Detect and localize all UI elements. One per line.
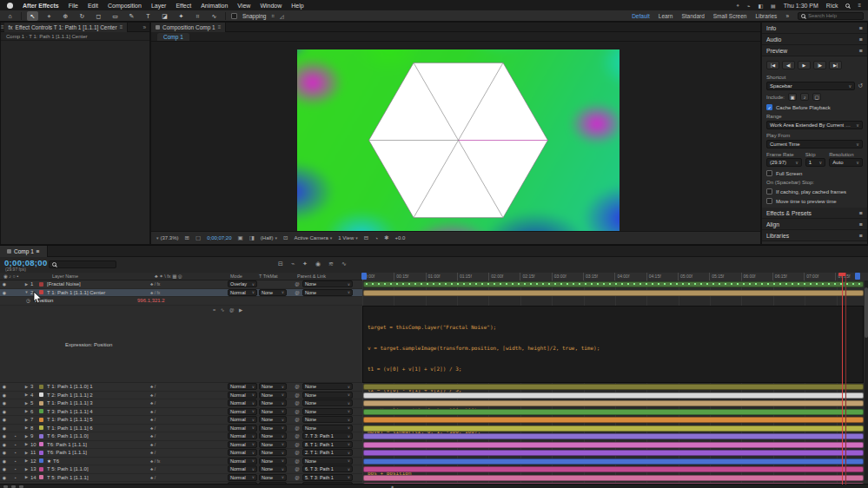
grid-icon[interactable]: ⊞	[185, 234, 189, 241]
eye-icon[interactable]: ◉	[0, 450, 9, 455]
composition-viewer[interactable]	[151, 42, 760, 231]
time-ruler[interactable]: 0:00f 00:15f 01:00f 01:15f 02:00f 02:15f…	[362, 273, 868, 280]
layer-row-3[interactable]: ◉▶3T 1: Path 1 [1.1.0] 1♣ /Normal∨None∨@…	[0, 383, 362, 392]
parent-dropdown[interactable]: None∨	[302, 416, 353, 423]
layer-name[interactable]: T 5: Path 1 [1.1.1]	[47, 475, 150, 480]
layer-row-12[interactable]: ◉▪▶12★T6♣ / fxNormal∨None∨@None∨	[0, 458, 362, 466]
layer-color-swatch[interactable]	[39, 442, 47, 446]
libraries-panel-header[interactable]: Libraries≡	[762, 230, 867, 241]
help-search-box[interactable]	[798, 12, 864, 20]
layer-row-13[interactable]: ◉▪▶13T 5: Path 1 [1.1.0]♣ /Normal∨None∨@…	[0, 465, 362, 474]
preview-panel-header[interactable]: Preview≡	[762, 45, 867, 56]
layer-duration-bar[interactable]	[363, 400, 864, 406]
hand-tool[interactable]: ⌖	[43, 11, 55, 21]
expand-arrow-icon[interactable]: ▶	[23, 475, 30, 479]
lock-icon[interactable]: ▪	[9, 450, 23, 455]
expand-arrow-icon[interactable]: ▶	[23, 442, 30, 446]
parent-dropdown[interactable]: None∨	[302, 392, 353, 399]
panel-menu-icon[interactable]: ≡	[859, 48, 863, 54]
expand-render-time-toggle[interactable]	[11, 485, 16, 488]
range-dropdown[interactable]: Work Area Extended By Current …∨	[766, 121, 863, 129]
reset-icon[interactable]: ↺	[858, 82, 863, 89]
layer-name[interactable]: T 3: Path 1 [1.1.1] 4	[47, 409, 150, 414]
mode-column-header[interactable]: Mode	[230, 273, 242, 280]
cache-before-playback-checkbox[interactable]: ✓	[766, 104, 772, 110]
menu-app-name[interactable]: After Effects	[23, 3, 59, 9]
include-video-icon[interactable]: ▣	[788, 93, 797, 101]
workspace-overflow-icon[interactable]: »	[785, 13, 789, 19]
layer-duration-bar[interactable]	[363, 417, 864, 423]
blend-mode-dropdown[interactable]: Normal∨	[228, 432, 257, 439]
battery-icon[interactable]: ◧	[758, 3, 763, 9]
layer-duration-bar[interactable]	[363, 281, 864, 287]
expand-arrow-icon[interactable]: ▶	[23, 401, 30, 406]
parent-dropdown[interactable]: None∨	[302, 383, 353, 390]
flowchart-icon[interactable]: ⊟	[364, 234, 368, 241]
layer-duration-bar[interactable]	[363, 475, 864, 481]
lock-icon[interactable]: ▪	[9, 475, 23, 480]
menu-animation[interactable]: Animation	[201, 3, 228, 9]
fast-previews-icon[interactable]: ✱	[384, 234, 388, 241]
eye-icon[interactable]: ◉	[0, 409, 9, 414]
trkmat-dropdown[interactable]: None∨	[259, 425, 287, 432]
layer-color-swatch[interactable]	[39, 475, 47, 479]
layer-switch-icons[interactable]: ♣ /	[150, 433, 187, 439]
layer-name[interactable]: T6: Path 1 [1.1.1]	[47, 442, 150, 447]
workspace-libraries[interactable]: Libraries	[755, 13, 777, 19]
expand-arrow-icon[interactable]: ▶	[23, 425, 30, 430]
panel-menu-icon[interactable]: ≡	[859, 36, 863, 43]
eye-icon[interactable]: ◉	[0, 425, 9, 431]
menu-view[interactable]: View	[237, 3, 250, 9]
tab-overflow-icon[interactable]: »	[142, 24, 149, 30]
selection-tool[interactable]: ↖	[27, 11, 38, 21]
blend-mode-dropdown[interactable]: Normal∨	[228, 441, 257, 448]
layer-duration-bar[interactable]	[363, 433, 864, 439]
preview-resolution-dropdown[interactable]: Auto∨	[829, 158, 863, 167]
pickwhip-icon[interactable]: @	[292, 281, 302, 287]
next-frame-button[interactable]: |▶	[813, 61, 826, 69]
timeline-vertical-scrollbar[interactable]	[865, 280, 868, 480]
parent-dropdown[interactable]: None∨	[302, 289, 353, 296]
apple-menu-icon[interactable]	[7, 3, 13, 9]
layer-name[interactable]: T 6: Path 1 [1.1.0]	[47, 433, 150, 439]
layer-duration-bar[interactable]	[363, 290, 864, 296]
roto-brush-tool[interactable]: ⌗	[192, 11, 203, 21]
menu-user[interactable]: Rick	[826, 3, 838, 9]
trkmat-dropdown[interactable]: None∨	[259, 289, 287, 296]
first-frame-button[interactable]: |◀	[766, 61, 779, 69]
panel-menu-icon[interactable]: ≡	[859, 233, 863, 239]
motion-blur-icon[interactable]: ≋	[328, 260, 334, 267]
snapping-checkbox[interactable]	[231, 13, 237, 19]
previous-frame-button[interactable]: ◀|	[782, 61, 795, 69]
layer-switch-icons[interactable]: ♣ / fx	[150, 290, 187, 295]
spotlight-icon[interactable]	[845, 3, 850, 8]
home-icon[interactable]: ⌂	[4, 11, 16, 21]
panel-menu-icon[interactable]: ≡	[120, 24, 123, 30]
blend-mode-dropdown[interactable]: Normal∨	[228, 458, 257, 465]
pickwhip-icon[interactable]: @	[292, 458, 302, 464]
expand-in-out-toggle[interactable]	[3, 485, 8, 488]
display-icon[interactable]: ⌁	[747, 3, 751, 9]
layer-name[interactable]: [Fractal Noise]	[47, 281, 150, 287]
include-audio-icon[interactable]: ♪	[800, 93, 809, 101]
play-cached-frames-checkbox[interactable]	[766, 188, 772, 195]
panel-menu-icon[interactable]: ≡	[859, 210, 863, 216]
trkmat-dropdown[interactable]: None∨	[259, 392, 287, 399]
layer-switch-icons[interactable]: ♣ /	[150, 475, 187, 480]
layer-color-swatch[interactable]	[39, 401, 47, 406]
layer-switch-icons[interactable]: ♣ /	[150, 466, 187, 472]
expand-arrow-icon[interactable]: ▶	[23, 392, 30, 397]
camera-dropdown[interactable]: Active Camera▾	[294, 235, 332, 241]
layer-row-9[interactable]: ◉▪▶9T 6: Path 1 [1.1.0]♣ /Normal∨None∨@7…	[0, 432, 362, 441]
pickwhip-icon[interactable]: @	[292, 475, 302, 480]
preview-time-icon[interactable]: ◔	[374, 235, 378, 241]
eye-icon[interactable]: ◉	[0, 384, 9, 389]
menu-effect[interactable]: Effect	[176, 3, 191, 9]
layer-color-swatch[interactable]	[39, 282, 47, 287]
play-from-dropdown[interactable]: Current Time∨	[766, 140, 863, 148]
layer-switch-icons[interactable]: ♣ /	[150, 400, 187, 406]
pen-tool[interactable]: ✎	[126, 11, 137, 21]
layer-row-5[interactable]: ◉▶5T 1: Path 1 [1.1.1] 3♣ /Normal∨None∨@…	[0, 399, 362, 408]
layer-duration-bar[interactable]	[363, 392, 864, 399]
layer-color-swatch[interactable]	[39, 467, 47, 472]
